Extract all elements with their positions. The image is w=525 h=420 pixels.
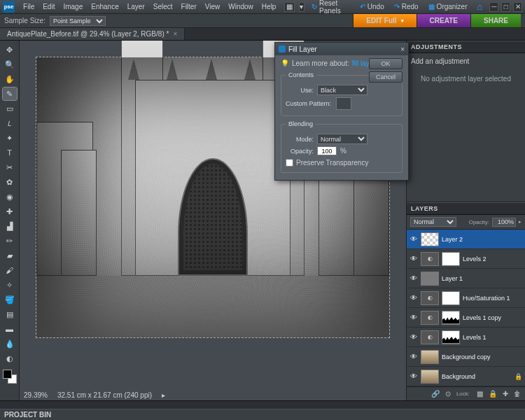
window-minimize-button[interactable]: ─ <box>489 2 498 12</box>
mode-edit-button[interactable]: EDIT Full <box>353 14 416 27</box>
visibility-icon[interactable]: 👁 <box>410 314 418 322</box>
brush-tool[interactable]: 🖌 <box>3 264 17 276</box>
layer-list[interactable]: 👁Layer 2👁◐Levels 2👁Layer 1👁◐Hue/Saturati… <box>407 230 525 386</box>
gradient-tool[interactable]: ▤ <box>3 308 17 321</box>
type-tool[interactable]: T <box>3 146 17 159</box>
layer-mask-thumbnail[interactable] <box>442 330 460 344</box>
visibility-icon[interactable]: 👁 <box>410 372 418 381</box>
delete-layer-icon[interactable]: 🗑 <box>514 390 521 398</box>
menu-layer[interactable]: Layer <box>123 1 149 13</box>
layer-row[interactable]: 👁Background copy <box>407 347 525 367</box>
ok-button[interactable]: OK <box>369 58 402 69</box>
shape-tool[interactable]: ▬ <box>3 323 17 335</box>
adjustments-panel-header[interactable]: ADJUSTMENTS <box>407 41 525 53</box>
layer-row[interactable]: 👁Layer 1 <box>407 269 525 288</box>
layer-mask-thumbnail[interactable] <box>442 291 460 305</box>
cookie-cutter-tool[interactable]: ✿ <box>3 176 17 188</box>
layer-fx-icon[interactable]: ⊙ <box>445 390 451 398</box>
layer-mask-thumbnail[interactable] <box>442 252 460 266</box>
clone-stamp-tool[interactable]: ▟ <box>3 220 17 232</box>
sponge-tool[interactable]: ◐ <box>3 352 17 365</box>
blend-opacity-input[interactable] <box>317 146 337 155</box>
sample-size-select[interactable]: Point Sample <box>50 16 106 26</box>
visibility-icon[interactable]: 👁 <box>410 235 418 244</box>
organizer-button[interactable]: ▦Organizer <box>424 1 472 12</box>
pencil-tool[interactable]: ✏ <box>3 234 17 247</box>
move-tool[interactable]: ✥ <box>3 43 17 56</box>
menu-enhance[interactable]: Enhance <box>87 1 122 13</box>
visibility-icon[interactable]: 👁 <box>410 294 418 302</box>
link-layers-icon[interactable]: 🔗 <box>431 390 440 398</box>
layers-panel-header[interactable]: LAYERS <box>407 202 525 215</box>
layer-thumbnail[interactable]: ◐ <box>421 330 439 344</box>
blend-mode-select[interactable]: Normal <box>317 134 368 144</box>
window-maximize-button[interactable]: □ <box>501 2 510 12</box>
dialog-titlebar[interactable]: Fill Layer × <box>275 43 408 55</box>
layer-row[interactable]: 👁◐Levels 1 <box>407 328 525 347</box>
layer-mask-thumbnail[interactable] <box>442 311 460 325</box>
lock-all-icon[interactable]: 🔒 <box>489 390 497 398</box>
layer-row[interactable]: 👁◐Levels 1 copy <box>407 308 525 328</box>
redo-button[interactable]: ↷Redo <box>390 1 423 12</box>
layer-thumbnail[interactable]: ◐ <box>421 252 439 266</box>
home-icon[interactable]: ⌂ <box>473 0 487 13</box>
mode-share-button[interactable]: SHARE <box>470 14 521 27</box>
layer-row[interactable]: 👁◐Levels 2 <box>407 249 525 269</box>
project-bin[interactable]: PROJECT BIN <box>0 400 525 420</box>
magic-wand-tool[interactable]: ✦ <box>3 132 17 144</box>
layer-thumbnail[interactable] <box>421 370 439 384</box>
layer-thumbnail[interactable] <box>421 232 439 246</box>
hand-tool[interactable]: ✋ <box>3 73 17 85</box>
visibility-icon[interactable]: 👁 <box>410 333 418 342</box>
menu-view[interactable]: View <box>201 1 225 13</box>
layer-name: Levels 1 copy <box>463 314 522 321</box>
reset-panels-button[interactable]: ↻Reset Panels <box>307 0 354 16</box>
layer-row[interactable]: 👁Layer 2 <box>407 230 525 249</box>
window-close-button[interactable]: ✕ <box>513 2 522 12</box>
layer-row[interactable]: 👁◐Hue/Saturation 1 <box>407 288 525 308</box>
paint-bucket-tool[interactable]: 🪣 <box>3 293 17 306</box>
layer-blend-mode-select[interactable]: Normal <box>410 217 456 227</box>
marquee-tool[interactable]: ▭ <box>3 102 17 115</box>
opacity-stepper-icon[interactable]: ▸ <box>519 219 522 225</box>
crop-tool[interactable]: ✂ <box>3 161 17 174</box>
dialog-close-icon[interactable]: × <box>400 46 405 53</box>
undo-button[interactable]: ↶Undo <box>356 1 388 12</box>
menu-file[interactable]: File <box>19 1 38 13</box>
layer-thumbnail[interactable] <box>421 272 439 286</box>
lock-transparent-icon[interactable]: ▩ <box>477 390 483 398</box>
menu-select[interactable]: Select <box>149 1 177 13</box>
arrange-documents-dropdown[interactable]: ▾ <box>299 2 304 12</box>
layer-thumbnail[interactable] <box>421 350 439 364</box>
mode-create-button[interactable]: CREATE <box>416 14 470 27</box>
visibility-icon[interactable]: 👁 <box>410 353 418 361</box>
cancel-button[interactable]: Cancel <box>369 71 402 83</box>
redeye-tool[interactable]: ◉ <box>3 190 17 203</box>
document-tab[interactable]: AntiquePlate_Before.tif @ 29.4% (Layer 2… <box>0 28 185 40</box>
layer-thumbnail[interactable]: ◐ <box>421 311 439 325</box>
menu-help[interactable]: Help <box>258 1 281 13</box>
color-swatch[interactable] <box>3 370 17 384</box>
menu-filter[interactable]: Filter <box>177 1 201 13</box>
visibility-icon[interactable]: 👁 <box>410 274 418 283</box>
smart-brush-tool[interactable]: ✧ <box>3 279 17 291</box>
eyedropper-tool[interactable]: ✎ <box>3 88 17 100</box>
zoom-tool[interactable]: 🔍 <box>3 58 17 71</box>
menu-edit[interactable]: Edit <box>38 1 59 13</box>
lasso-tool[interactable]: 𝘓 <box>3 117 17 130</box>
layer-row[interactable]: 👁Background🔒 <box>407 367 525 386</box>
healing-brush-tool[interactable]: ✚ <box>3 205 17 218</box>
layer-thumbnail[interactable]: ◐ <box>421 291 439 305</box>
use-select[interactable]: Black <box>317 85 368 95</box>
eraser-tool[interactable]: ▰ <box>3 249 17 262</box>
close-tab-icon[interactable]: × <box>173 30 177 38</box>
options-bar: Sample Size: Point Sample EDIT Full CREA… <box>0 14 525 28</box>
menu-image[interactable]: Image <box>59 1 87 13</box>
menu-window[interactable]: Window <box>224 1 258 13</box>
preserve-transparency-checkbox[interactable] <box>286 159 293 167</box>
new-layer-icon[interactable]: ✚ <box>503 390 508 398</box>
arrange-documents-button[interactable]: ▦ <box>284 2 294 12</box>
blur-tool[interactable]: 💧 <box>3 337 17 350</box>
visibility-icon[interactable]: 👁 <box>410 255 418 263</box>
layer-opacity-input[interactable] <box>492 218 516 227</box>
